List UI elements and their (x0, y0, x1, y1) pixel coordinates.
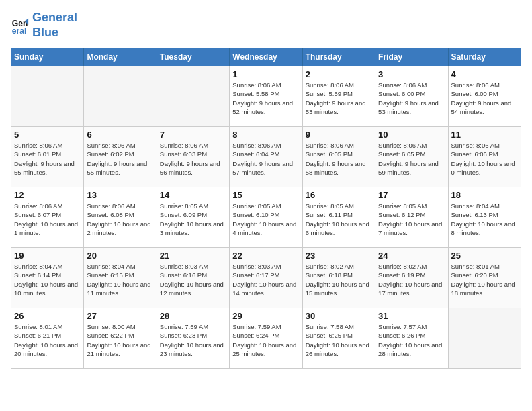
day-info: Sunrise: 8:02 AMSunset: 6:19 PMDaylight:… (378, 262, 445, 298)
calendar-day-cell: 28Sunrise: 7:59 AMSunset: 6:23 PMDayligh… (157, 308, 229, 369)
day-info: Sunrise: 8:05 AMSunset: 6:09 PMDaylight:… (160, 201, 226, 237)
day-number: 16 (306, 190, 372, 200)
calendar-day-cell: 29Sunrise: 7:59 AMSunset: 6:24 PMDayligh… (230, 308, 302, 369)
weekday-header: Saturday (448, 48, 521, 66)
day-info: Sunrise: 8:06 AMSunset: 6:00 PMDaylight:… (378, 81, 445, 116)
day-info: Sunrise: 8:04 AMSunset: 6:15 PMDaylight:… (87, 262, 153, 298)
day-number: 1 (232, 69, 299, 79)
day-info: Sunrise: 8:01 AMSunset: 6:20 PMDaylight:… (451, 262, 518, 298)
day-number: 8 (232, 130, 299, 140)
calendar-week-row: 19Sunrise: 8:04 AMSunset: 6:14 PMDayligh… (11, 248, 521, 308)
calendar-day-cell: 11Sunrise: 8:06 AMSunset: 6:06 PMDayligh… (448, 127, 521, 187)
logo-text: GeneralBlue (32, 11, 77, 40)
day-number: 15 (232, 190, 299, 200)
calendar-day-cell: 10Sunrise: 8:06 AMSunset: 6:05 PMDayligh… (375, 127, 448, 187)
day-info: Sunrise: 7:59 AMSunset: 6:23 PMDaylight:… (160, 322, 226, 358)
calendar-day-cell: 22Sunrise: 8:03 AMSunset: 6:17 PMDayligh… (230, 248, 302, 308)
day-info: Sunrise: 8:03 AMSunset: 6:17 PMDaylight:… (232, 262, 299, 298)
calendar-day-cell: 7Sunrise: 8:06 AMSunset: 6:03 PMDaylight… (157, 127, 229, 187)
day-info: Sunrise: 8:06 AMSunset: 6:04 PMDaylight:… (232, 141, 299, 177)
calendar-day-cell: 2Sunrise: 8:06 AMSunset: 5:59 PMDaylight… (302, 66, 375, 127)
day-number: 29 (232, 311, 299, 321)
calendar-day-cell: 25Sunrise: 8:01 AMSunset: 6:20 PMDayligh… (448, 248, 521, 308)
day-number: 7 (160, 130, 226, 140)
svg-text:eral: eral (12, 26, 27, 35)
weekday-header: Tuesday (157, 48, 229, 66)
day-number: 27 (87, 311, 153, 321)
day-number: 28 (160, 311, 226, 321)
calendar-day-cell: 1Sunrise: 8:06 AMSunset: 5:58 PMDaylight… (230, 66, 302, 127)
day-number: 6 (87, 130, 153, 140)
day-info: Sunrise: 8:05 AMSunset: 6:10 PMDaylight:… (232, 201, 299, 237)
calendar-day-cell: 24Sunrise: 8:02 AMSunset: 6:19 PMDayligh… (375, 248, 448, 308)
calendar-day-cell: 13Sunrise: 8:06 AMSunset: 6:08 PMDayligh… (84, 187, 157, 248)
calendar-day-cell (11, 66, 84, 127)
day-info: Sunrise: 8:00 AMSunset: 6:22 PMDaylight:… (87, 322, 153, 358)
day-info: Sunrise: 8:06 AMSunset: 6:07 PMDaylight:… (14, 201, 81, 237)
calendar-day-cell: 19Sunrise: 8:04 AMSunset: 6:14 PMDayligh… (11, 248, 84, 308)
day-number: 4 (451, 69, 518, 79)
calendar-day-cell: 18Sunrise: 8:04 AMSunset: 6:13 PMDayligh… (448, 187, 521, 248)
day-info: Sunrise: 8:06 AMSunset: 6:05 PMDaylight:… (378, 141, 445, 177)
day-info: Sunrise: 7:57 AMSunset: 6:26 PMDaylight:… (378, 322, 445, 358)
day-info: Sunrise: 8:06 AMSunset: 6:03 PMDaylight:… (160, 141, 226, 177)
day-info: Sunrise: 8:06 AMSunset: 5:59 PMDaylight:… (306, 81, 372, 116)
calendar-week-row: 1Sunrise: 8:06 AMSunset: 5:58 PMDaylight… (11, 66, 521, 127)
calendar-week-row: 12Sunrise: 8:06 AMSunset: 6:07 PMDayligh… (11, 187, 521, 248)
day-number: 21 (160, 250, 226, 261)
logo: Gen eral GeneralBlue (11, 11, 77, 40)
day-number: 13 (87, 190, 153, 200)
day-number: 14 (160, 190, 226, 200)
calendar-week-row: 5Sunrise: 8:06 AMSunset: 6:01 PMDaylight… (11, 127, 521, 187)
day-info: Sunrise: 8:04 AMSunset: 6:13 PMDaylight:… (451, 201, 518, 237)
calendar-day-cell: 20Sunrise: 8:04 AMSunset: 6:15 PMDayligh… (84, 248, 157, 308)
day-info: Sunrise: 8:06 AMSunset: 6:01 PMDaylight:… (14, 141, 81, 177)
day-info: Sunrise: 8:05 AMSunset: 6:11 PMDaylight:… (306, 201, 372, 237)
day-number: 22 (232, 250, 299, 261)
calendar-day-cell: 16Sunrise: 8:05 AMSunset: 6:11 PMDayligh… (302, 187, 375, 248)
calendar-day-cell: 27Sunrise: 8:00 AMSunset: 6:22 PMDayligh… (84, 308, 157, 369)
calendar-day-cell: 17Sunrise: 8:05 AMSunset: 6:12 PMDayligh… (375, 187, 448, 248)
day-number: 31 (378, 311, 445, 321)
day-number: 18 (451, 190, 518, 200)
day-number: 30 (306, 311, 372, 321)
weekday-header: Sunday (11, 48, 84, 66)
day-number: 23 (306, 250, 372, 261)
calendar-day-cell: 6Sunrise: 8:06 AMSunset: 6:02 PMDaylight… (84, 127, 157, 187)
day-number: 3 (378, 69, 445, 79)
calendar-day-cell (157, 66, 229, 127)
weekday-header: Monday (84, 48, 157, 66)
day-info: Sunrise: 8:04 AMSunset: 6:14 PMDaylight:… (14, 262, 81, 298)
day-info: Sunrise: 8:02 AMSunset: 6:18 PMDaylight:… (306, 262, 372, 298)
calendar-day-cell: 4Sunrise: 8:06 AMSunset: 6:00 PMDaylight… (448, 66, 521, 127)
day-number: 26 (14, 311, 81, 321)
calendar-day-cell: 12Sunrise: 8:06 AMSunset: 6:07 PMDayligh… (11, 187, 84, 248)
calendar-day-cell: 9Sunrise: 8:06 AMSunset: 6:05 PMDaylight… (302, 127, 375, 187)
weekday-header: Thursday (302, 48, 375, 66)
day-number: 19 (14, 250, 81, 261)
logo-icon: Gen eral (11, 16, 30, 35)
day-number: 5 (14, 130, 81, 140)
day-number: 9 (306, 130, 372, 140)
calendar-day-cell (84, 66, 157, 127)
calendar-table: SundayMondayTuesdayWednesdayThursdayFrid… (11, 48, 521, 369)
calendar-day-cell: 23Sunrise: 8:02 AMSunset: 6:18 PMDayligh… (302, 248, 375, 308)
day-info: Sunrise: 8:06 AMSunset: 6:02 PMDaylight:… (87, 141, 153, 177)
day-number: 2 (306, 69, 372, 79)
day-number: 25 (451, 250, 518, 261)
calendar-body: 1Sunrise: 8:06 AMSunset: 5:58 PMDaylight… (11, 66, 521, 369)
calendar-day-cell: 8Sunrise: 8:06 AMSunset: 6:04 PMDaylight… (230, 127, 302, 187)
day-number: 17 (378, 190, 445, 200)
day-info: Sunrise: 8:03 AMSunset: 6:16 PMDaylight:… (160, 262, 226, 298)
calendar-day-cell: 14Sunrise: 8:05 AMSunset: 6:09 PMDayligh… (157, 187, 229, 248)
calendar-day-cell: 26Sunrise: 8:01 AMSunset: 6:21 PMDayligh… (11, 308, 84, 369)
day-info: Sunrise: 8:06 AMSunset: 6:08 PMDaylight:… (87, 201, 153, 237)
day-info: Sunrise: 8:06 AMSunset: 6:06 PMDaylight:… (451, 141, 518, 177)
calendar-day-cell: 3Sunrise: 8:06 AMSunset: 6:00 PMDaylight… (375, 66, 448, 127)
day-info: Sunrise: 7:58 AMSunset: 6:25 PMDaylight:… (306, 322, 372, 358)
calendar-day-cell: 31Sunrise: 7:57 AMSunset: 6:26 PMDayligh… (375, 308, 448, 369)
page-header: Gen eral GeneralBlue (11, 11, 521, 40)
day-number: 11 (451, 130, 518, 140)
weekday-header: Friday (375, 48, 448, 66)
calendar-day-cell: 30Sunrise: 7:58 AMSunset: 6:25 PMDayligh… (302, 308, 375, 369)
